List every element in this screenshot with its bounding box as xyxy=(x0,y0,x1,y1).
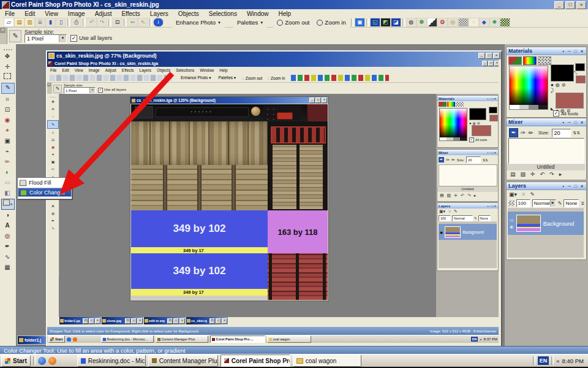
pick-tool[interactable]: ⊡ xyxy=(1,105,13,115)
normal-view-icon[interactable]: ◱ xyxy=(370,18,380,27)
menu-item-color-changer[interactable]: Color Changer xyxy=(18,188,72,197)
background-eraser-tool[interactable]: ◧ xyxy=(1,188,13,198)
contrast-icon[interactable] xyxy=(427,18,437,27)
maximize-icon[interactable]: □ xyxy=(565,1,575,9)
enhance-photo-button[interactable]: Enhance Photo▼ xyxy=(172,17,225,28)
menu-item-flood-fill[interactable]: Flood Fill xyxy=(18,178,72,188)
menu-adjust[interactable]: Adjust xyxy=(90,10,117,17)
info-icon[interactable]: i xyxy=(153,18,164,27)
pick-icon[interactable]: ⊡ xyxy=(112,18,123,27)
print-icon[interactable]: ⎙ xyxy=(71,18,81,27)
gray-strip[interactable] xyxy=(509,105,548,110)
mixer-canvas[interactable] xyxy=(508,138,584,164)
new-icon[interactable]: ▱ xyxy=(4,18,14,27)
taskbar-task-content-manager[interactable]: Content Manager Plus xyxy=(148,355,218,367)
text-tool[interactable]: A xyxy=(1,221,13,231)
frame-tab-icon[interactable] xyxy=(508,56,522,65)
menu-selections[interactable]: Selections xyxy=(204,10,242,17)
tools-grip[interactable] xyxy=(4,45,12,50)
move-tool[interactable]: ✛ xyxy=(1,62,13,72)
minimize-icon[interactable]: _ xyxy=(478,53,485,59)
link-icon[interactable]: ⧖ xyxy=(581,201,584,207)
taskbar-task-corel[interactable]: Corel Paint Shop Pro ... xyxy=(221,355,290,367)
close-icon[interactable]: × xyxy=(493,53,500,59)
redo-icon[interactable]: ↷ xyxy=(97,18,107,27)
lock-mode[interactable]: None xyxy=(564,199,579,207)
browse-icon[interactable]: ▥ xyxy=(24,18,35,27)
save-as-icon[interactable]: ▯ xyxy=(56,18,66,27)
pen-tool[interactable]: ✒ xyxy=(1,242,13,251)
pan-tool[interactable]: ✥ xyxy=(1,52,13,61)
quick-launch-browser-icon[interactable] xyxy=(38,357,46,365)
texture-icon[interactable] xyxy=(500,18,510,27)
preview-icon[interactable]: ◪ xyxy=(391,18,401,27)
style-buttons-icons[interactable]: ●◍⊘ xyxy=(551,82,568,88)
menu-layers[interactable]: Layers xyxy=(145,10,173,17)
mixer-knife2-icon[interactable]: ✑ xyxy=(521,129,526,136)
quick-launch-firefox-icon[interactable] xyxy=(48,357,56,365)
taskbar-task-coal-wagon[interactable]: coal wagon xyxy=(293,355,361,367)
edit-selection-icon[interactable]: ✎ xyxy=(530,191,535,197)
dropdown-arrow-icon[interactable]: ▼ xyxy=(59,35,66,42)
language-indicator[interactable]: EN xyxy=(538,356,549,365)
selection-tool[interactable] xyxy=(1,72,13,82)
tray-chevron-icon[interactable]: « xyxy=(556,358,559,364)
swap-colors-icon[interactable]: ⤡ xyxy=(574,71,578,75)
save-icon[interactable]: ▮ xyxy=(45,18,56,27)
undo-icon[interactable]: ↶ xyxy=(86,18,97,27)
mixer-size-value[interactable]: 20 xyxy=(552,129,571,137)
pattern-icon[interactable] xyxy=(458,18,469,27)
rainbow-tab-icon[interactable] xyxy=(523,56,537,65)
mixer-title-bar[interactable]: Mixer▪ ─ □ × xyxy=(507,118,586,126)
color-balance-icon[interactable]: ❁ xyxy=(417,18,427,27)
maximize-icon[interactable]: □ xyxy=(486,53,492,59)
mesh-warp-tool[interactable]: ▦ xyxy=(1,263,13,272)
zoom-out-button[interactable]: Zoom out xyxy=(273,17,313,28)
mixer-spinner-icons[interactable]: ⇅⇅ xyxy=(573,131,581,136)
photo-fix-icon[interactable]: ◍ xyxy=(406,18,417,27)
flood-fill-tool[interactable]: ▼ xyxy=(1,199,15,210)
options-grip[interactable]: × xyxy=(0,28,7,44)
zoom-in-button[interactable]: Zoom in xyxy=(313,17,349,28)
mixer-knife-icon[interactable]: ✒ xyxy=(509,128,518,137)
mixer-brush-icon[interactable]: ✏ xyxy=(528,129,533,136)
materials-title-bar[interactable]: Materials▪ ─ □ × xyxy=(507,47,586,55)
taskbar-task-reskinning[interactable]: Reskinning.doc - Microso... xyxy=(77,355,146,367)
scratch-remover-tool[interactable]: ⌁ xyxy=(1,147,13,156)
layers-title-bar[interactable]: Layers▪ ─ □ × xyxy=(507,182,586,190)
capture-icon[interactable]: ➴ xyxy=(138,18,148,27)
red-eye-tool[interactable]: ◉ xyxy=(1,115,13,125)
fit-window-icon[interactable]: ▣ xyxy=(355,18,365,27)
menu-effects[interactable]: Effects xyxy=(116,10,145,17)
options-close-icon[interactable]: × xyxy=(0,28,6,33)
makeover-tool[interactable]: ✦ xyxy=(1,126,13,136)
menu-view[interactable]: View xyxy=(40,10,63,17)
swap-properties-icon[interactable]: ⤸ xyxy=(551,88,554,94)
soften-icon[interactable]: ⁖ xyxy=(469,18,479,27)
transparent-icon[interactable]: ◣ xyxy=(551,106,554,110)
warp-brush-tool[interactable]: ∿ xyxy=(1,252,13,262)
sample-size-select[interactable]: 1 Pixel ▼ xyxy=(24,34,67,43)
foreground-swatch[interactable] xyxy=(551,64,574,82)
blend-mode-select[interactable]: Normal▶ xyxy=(532,199,556,207)
mixer-buttons-icons[interactable]: ▤▧✛↶↷▸ xyxy=(510,171,567,177)
document-canvas[interactable]: Corel Paint Shop Pro Photo XI - cs_skin_… xyxy=(47,59,499,343)
menu-window[interactable]: Window xyxy=(242,10,274,17)
crop-tool[interactable]: ⌗ xyxy=(1,94,13,104)
color-replacer-tool[interactable]: ◐ xyxy=(1,167,13,177)
visibility-icons[interactable]: ▭◉ xyxy=(510,218,514,229)
palettes-button[interactable]: Palettes▼ xyxy=(233,17,267,28)
image-window[interactable]: cs_skin_reskin.tga @ 120% (Background) _… xyxy=(130,96,329,301)
layer-row-background[interactable]: ▭◉ Background xyxy=(508,212,584,235)
menu-image[interactable]: Image xyxy=(63,10,90,17)
saturation-icon[interactable]: ❂ xyxy=(437,18,448,27)
new-layer-icon[interactable]: ▣▾ xyxy=(509,191,517,197)
lighten-darken-tool[interactable]: ◑ xyxy=(1,210,13,220)
background-swatch[interactable] xyxy=(556,93,584,109)
background-color-mini[interactable] xyxy=(576,75,586,83)
document-window[interactable]: cs_skin_reskin.jpg @ 77% (Background) _ … xyxy=(46,50,502,347)
swatches-tab-icon[interactable] xyxy=(538,56,551,65)
close-icon[interactable]: × xyxy=(576,1,586,9)
sunshine-icon[interactable]: ✺ xyxy=(489,18,500,27)
eraser-tool[interactable]: ▭ xyxy=(1,178,13,188)
